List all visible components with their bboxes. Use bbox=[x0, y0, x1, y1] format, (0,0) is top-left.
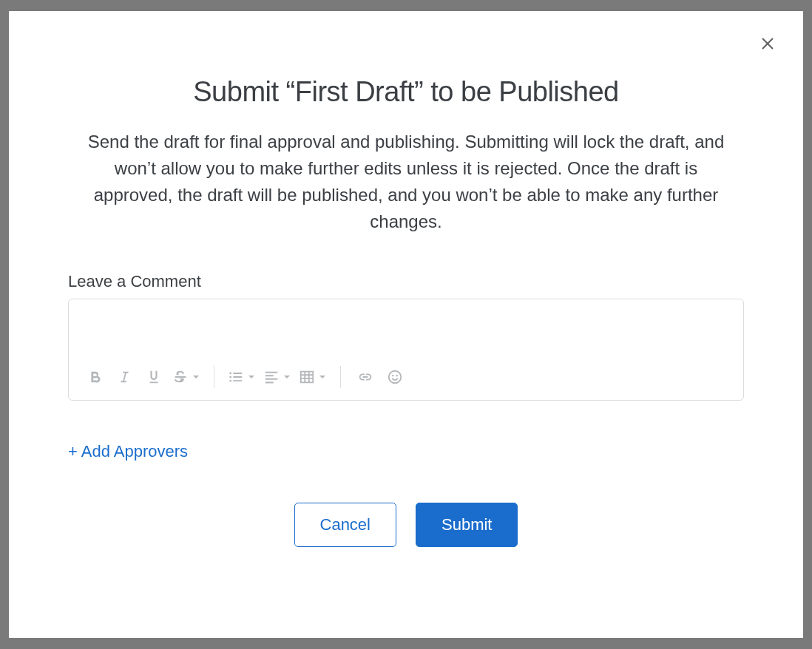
editor-toolbar bbox=[69, 354, 743, 400]
link-icon bbox=[357, 369, 373, 385]
comment-label: Leave a Comment bbox=[68, 272, 744, 291]
underline-icon bbox=[146, 369, 162, 385]
comment-editor bbox=[68, 299, 744, 401]
dialog-description: Send the draft for final approval and pu… bbox=[75, 129, 737, 235]
submit-publish-dialog: Submit “First Draft” to be Published Sen… bbox=[9, 11, 803, 638]
title-suffix: ” to be Published bbox=[414, 76, 619, 107]
chevron-down-icon bbox=[247, 373, 256, 381]
bold-button[interactable] bbox=[81, 363, 109, 391]
align-button[interactable] bbox=[260, 363, 294, 391]
comment-textarea[interactable] bbox=[69, 299, 743, 351]
dialog-title: Submit “First Draft” to be Published bbox=[68, 76, 744, 108]
add-approvers-link[interactable]: + Add Approvers bbox=[68, 442, 188, 461]
strikethrough-icon bbox=[172, 369, 189, 385]
align-icon bbox=[263, 369, 280, 385]
svg-point-0 bbox=[389, 371, 402, 384]
chevron-down-icon bbox=[192, 373, 200, 381]
title-draft-name: First Draft bbox=[295, 76, 414, 107]
toolbar-separator bbox=[214, 366, 214, 388]
bold-icon bbox=[87, 369, 103, 385]
cancel-button[interactable]: Cancel bbox=[294, 503, 396, 547]
title-prefix: Submit “ bbox=[193, 76, 294, 107]
dialog-actions: Cancel Submit bbox=[68, 503, 744, 547]
emoji-button[interactable] bbox=[381, 363, 409, 391]
italic-button[interactable] bbox=[110, 363, 138, 391]
submit-button[interactable]: Submit bbox=[416, 503, 518, 547]
svg-point-1 bbox=[392, 375, 393, 376]
table-button[interactable] bbox=[296, 363, 330, 391]
strikethrough-button[interactable] bbox=[169, 363, 203, 391]
svg-point-2 bbox=[396, 375, 398, 376]
chevron-down-icon bbox=[318, 373, 327, 381]
list-icon bbox=[228, 369, 244, 385]
chevron-down-icon bbox=[282, 373, 291, 381]
close-icon bbox=[759, 35, 776, 52]
list-button[interactable] bbox=[225, 363, 259, 391]
close-button[interactable] bbox=[757, 33, 778, 54]
italic-icon bbox=[116, 369, 132, 385]
link-button[interactable] bbox=[351, 363, 379, 391]
toolbar-separator bbox=[340, 366, 341, 388]
emoji-icon bbox=[387, 369, 403, 385]
table-icon bbox=[299, 369, 315, 385]
underline-button[interactable] bbox=[140, 363, 168, 391]
